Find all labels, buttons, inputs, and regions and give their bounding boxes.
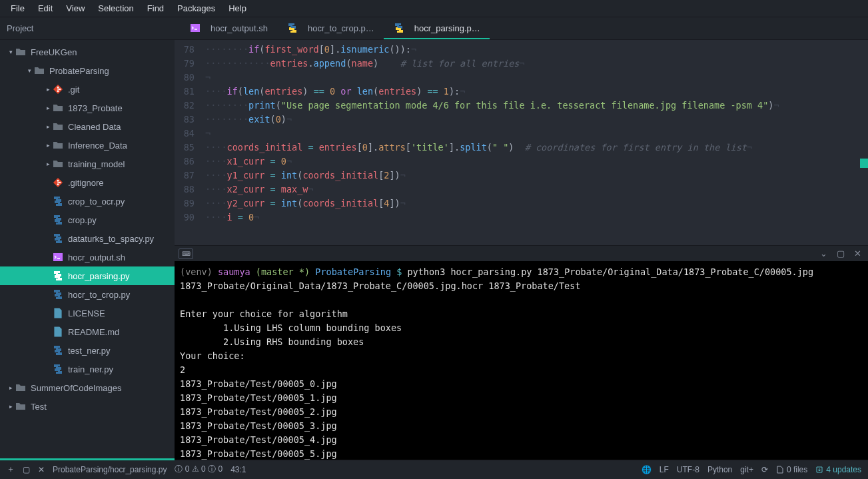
tree-item-crop-to-ocr-py[interactable]: crop_to_ocr.py: [0, 192, 175, 211]
menu-help[interactable]: Help: [222, 1, 253, 16]
tree-item-hocr-to-crop-py[interactable]: hocr_to_crop.py: [0, 285, 175, 304]
status-bar: ＋ ▢ ✕ ProbateParsing/hocr_parsing.py ⓘ 0…: [0, 460, 868, 478]
chevron-icon[interactable]: ▸: [44, 123, 52, 130]
tree-item--git[interactable]: ▸.git: [0, 80, 175, 99]
diagnostics[interactable]: ⓘ 0 ⚠ 0 ⓘ 0: [175, 464, 222, 475]
code-content: ········print("Use page segmentation mod…: [205, 99, 779, 113]
tree-item-probateparsing[interactable]: ▾ProbateParsing: [0, 61, 175, 80]
workspace: Project ▾FreeUKGen▾ProbateParsing▸.git▸1…: [0, 17, 868, 460]
tree-item--gitignore[interactable]: .gitignore: [0, 173, 175, 192]
menu-find[interactable]: Find: [141, 1, 171, 16]
py-icon: [52, 214, 64, 226]
encoding[interactable]: UTF-8: [677, 465, 699, 474]
code-content: ····i = 0¬: [205, 211, 259, 225]
code-line[interactable]: 85····coords_initial = entries[0].attrs[…: [175, 141, 868, 155]
git-status[interactable]: git+: [740, 465, 753, 474]
chevron-icon[interactable]: ▾: [7, 49, 15, 55]
chevron-down-icon[interactable]: ⌄: [820, 248, 827, 258]
code-line[interactable]: 81····if(len(entries) == 0 or len(entrie…: [175, 85, 868, 99]
tree-item-hocr-output-sh[interactable]: hocr_output.sh: [0, 248, 175, 266]
sh-icon: [52, 251, 64, 263]
code-editor[interactable]: 78········if(first_word[0].isnumeric()):…: [175, 40, 868, 245]
tab-hocr-to-crop-p-[interactable]: hocr_to_crop.p…: [277, 18, 384, 39]
code-line[interactable]: 90····i = 0¬: [175, 211, 868, 225]
line-number: 86: [175, 155, 205, 169]
tree-item-train-ner-py[interactable]: train_ner.py: [0, 360, 175, 378]
updates-badge[interactable]: 4 updates: [815, 465, 861, 474]
tree-item-test-ner-py[interactable]: test_ner.py: [0, 341, 175, 360]
terminal-icon[interactable]: ▢: [23, 465, 30, 474]
menu-view[interactable]: View: [59, 1, 91, 16]
txt-icon: [52, 326, 64, 338]
tree-item-label: dataturks_to_spacy.py: [68, 234, 154, 244]
tree-item-freeukgen[interactable]: ▾FreeUKGen: [0, 43, 175, 61]
tree-item-license[interactable]: LICENSE: [0, 304, 175, 322]
code-line[interactable]: 84¬: [175, 127, 868, 141]
maximize-icon[interactable]: ▢: [837, 248, 845, 258]
tree-item-label: ProbateParsing: [49, 66, 109, 76]
tree-item-summerofcodeimages[interactable]: ▸SummerOfCodeImages: [0, 378, 175, 397]
menu-edit[interactable]: Edit: [31, 1, 59, 16]
tree-item-hocr-parsing-py[interactable]: hocr_parsing.py: [0, 266, 175, 285]
code-line[interactable]: 79············entries.append(name) # lis…: [175, 57, 868, 71]
line-ending[interactable]: LF: [659, 465, 669, 474]
folder-icon: [52, 102, 64, 114]
file-tree[interactable]: ▾FreeUKGen▾ProbateParsing▸.git▸1873_Prob…: [0, 40, 175, 460]
menu-file[interactable]: File: [4, 1, 31, 16]
code-line[interactable]: 83········exit(0)¬: [175, 113, 868, 127]
cursor-position[interactable]: 43:1: [230, 465, 246, 474]
tree-item-1873-probate[interactable]: ▸1873_Probate: [0, 99, 175, 117]
code-line[interactable]: 78········if(first_word[0].isnumeric()):…: [175, 43, 868, 57]
code-line[interactable]: 88····x2_curr = max_w¬: [175, 183, 868, 197]
chevron-icon[interactable]: ▾: [25, 67, 33, 74]
code-content: ····if(len(entries) == 0 or len(entries)…: [205, 85, 465, 99]
chevron-icon[interactable]: ▸: [7, 384, 15, 391]
code-line[interactable]: 89····y2_curr = int(coords_initial[4])¬: [175, 197, 868, 211]
tree-item-dataturks-to-spacy-py[interactable]: dataturks_to_spacy.py: [0, 229, 175, 248]
tree-item-test[interactable]: ▸Test: [0, 397, 175, 416]
folder-icon: [52, 121, 64, 133]
folder-icon: [15, 400, 27, 412]
tree-item-readme-md[interactable]: README.md: [0, 322, 175, 341]
tree-item-label: hocr_to_crop.py: [68, 290, 130, 300]
git-fetch-icon[interactable]: ⟳: [761, 465, 768, 474]
close-icon[interactable]: ✕: [854, 248, 861, 258]
changed-files[interactable]: 0 files: [776, 465, 807, 474]
tree-item-label: hocr_output.sh: [68, 252, 125, 262]
line-number: 78: [175, 43, 205, 57]
chevron-icon[interactable]: ▸: [44, 105, 52, 111]
minimap[interactable]: [859, 40, 868, 245]
chevron-icon[interactable]: ▸: [44, 86, 52, 93]
chevron-icon[interactable]: ▸: [44, 142, 52, 149]
tree-item-label: LICENSE: [68, 308, 105, 318]
sidebar-title: Project: [0, 17, 175, 40]
line-number: 87: [175, 169, 205, 183]
tree-item-crop-py[interactable]: crop.py: [0, 211, 175, 229]
menu-selection[interactable]: Selection: [91, 1, 140, 16]
status-path[interactable]: ProbateParsing/hocr_parsing.py: [53, 465, 167, 474]
tree-item-inference-data[interactable]: ▸Inference_Data: [0, 136, 175, 155]
tree-item-cleaned-data[interactable]: ▸Cleaned Data: [0, 117, 175, 136]
chevron-icon[interactable]: ▸: [44, 161, 52, 167]
tree-item-label: 1873_Probate: [68, 103, 123, 113]
tree-item-label: FreeUKGen: [31, 47, 77, 57]
py-icon: [52, 233, 64, 244]
tree-item-training-model[interactable]: ▸training_model: [0, 155, 175, 173]
new-file-icon[interactable]: ＋: [7, 464, 15, 475]
keyboard-icon[interactable]: ⌨: [179, 248, 193, 259]
tab-hocr-parsing-p-[interactable]: hocr_parsing.p…: [384, 18, 490, 39]
code-line[interactable]: 87····y1_curr = int(coords_initial[2])¬: [175, 169, 868, 183]
language[interactable]: Python: [707, 465, 732, 474]
line-number: 82: [175, 99, 205, 113]
terminal[interactable]: (venv) saumya (master *) ProbateParsing …: [175, 261, 868, 460]
globe-icon[interactable]: 🌐: [642, 465, 651, 474]
code-content: ····x2_curr = max_w¬: [205, 183, 314, 197]
menu-packages[interactable]: Packages: [171, 1, 222, 16]
code-line[interactable]: 80¬: [175, 71, 868, 85]
chevron-icon[interactable]: ▸: [7, 403, 15, 410]
code-line[interactable]: 82········print("Use page segmentation m…: [175, 99, 868, 113]
git-icon: [52, 83, 64, 95]
tab-hocr-output-sh[interactable]: hocr_output.sh: [180, 18, 277, 39]
code-line[interactable]: 86····x1_curr = 0¬: [175, 155, 868, 169]
close-icon[interactable]: ✕: [38, 465, 45, 474]
